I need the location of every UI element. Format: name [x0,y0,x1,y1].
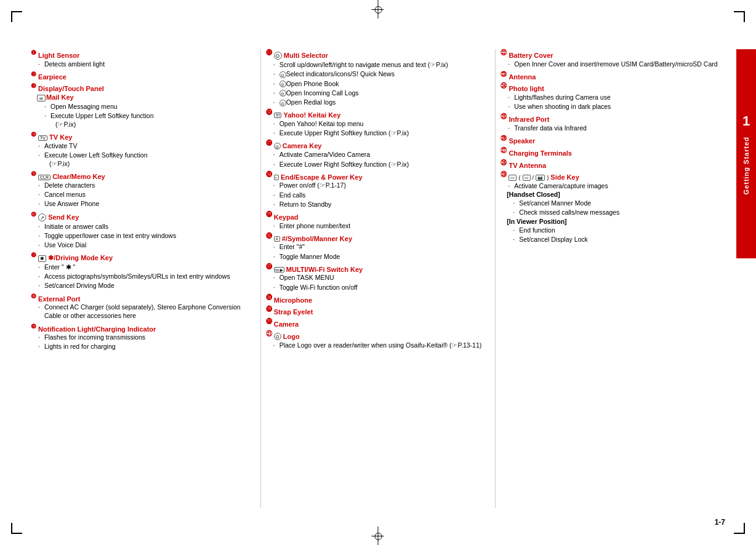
list-item: Power on/off (☞P.1-17) [272,181,485,189]
section-title: Camera [274,320,299,328]
corner-mark-br [734,523,745,534]
logo-icon: Ω [274,333,281,340]
bullet-list: Flashes for incoming transmissions Light… [31,333,249,351]
list-item: Flashes for incoming transmissions [37,333,249,341]
side-icon2: ( [518,175,520,181]
bracket-viewer-position: [In Viewer Position] [507,218,719,225]
end-icon: ⌐ [274,175,279,180]
section-num: ❺ [31,170,36,177]
bullet-list: Activate TV Execute Lower Left Softkey f… [31,141,249,169]
tv-icon: TV [38,135,47,141]
list-item: Use when shooting in dark places [507,102,719,111]
section-title-microphone: Microphone [274,296,312,303]
list-item: Open Yahoo! Keitai top menu [272,119,485,128]
section-num: ⓫ [266,49,272,56]
list-item: Activate TV [37,141,249,150]
section-num: ㉘ [501,159,507,166]
section-title: #/Symbol/Manner Key [282,234,352,242]
section-title: Camera Key [283,142,322,149]
section-display: ❸ Display/Touch Panel ✉Mail Key Open Mes… [31,82,249,129]
section-title: Display/Touch Panel [38,85,104,92]
side-icon4: / [533,175,534,181]
send-icon: ↗ [38,213,46,221]
section-title: Earpiece [38,73,66,80]
list-item: Open TASK MENU [272,273,485,282]
section-num: ⓲ [266,294,272,301]
page-container: 1 Getting Started 1-7 ❶ Light Sensor Det… [0,0,756,545]
section-num: ❼ [31,252,36,258]
mail-icon: ✉ [37,95,46,101]
handset-closed-bullets: Set/cancel Manner Mode Check missed call… [501,199,719,217]
section-antenna: ㉓ Antenna [501,71,719,81]
list-item: Enter " ✱ " [37,263,249,271]
camera-icon: ◎ [274,143,281,149]
section-num: ⓳ [266,306,272,312]
bullet-list: Scroll up/down/left/right to navigate me… [266,60,485,106]
section-tv-key: ❹ TV TV Key Activate TV Execute Lower Le… [31,131,249,168]
bullet-list: Lights/flashes during Camera use Use whe… [501,93,719,111]
list-item: Connect AC Charger (sold separately), St… [37,303,249,320]
column-2: ⓫ ⊙ Multi Selector Scroll up/down/left/r… [266,49,491,508]
section-strap: ⓳ Strap Eyelet [266,306,485,316]
section-wifi-key: ⓱ 5G▶ MULTI/Wi-Fi Switch Key Open TASK M… [266,263,485,292]
list-item: End function [512,226,719,234]
bracket-handset-closed: [Handset Closed] [507,191,719,198]
section-microphone: ⓲ Microphone [266,294,485,304]
list-item: Delete characters [37,181,249,189]
section-num: ⓬ [266,109,272,116]
side-icon6: ) [547,175,549,181]
multi-icon: ⊙ [274,52,282,60]
section-num: ⓮ [266,171,272,178]
section-num: ㉗ [501,147,507,154]
section-infrared: ㉕ Infrared Port Transfer data via Infrar… [501,113,719,132]
list-item: Set/cancel Driving Mode [37,281,249,290]
list-item: Execute Lower Left Softkey function(☞P.i… [37,151,249,168]
section-num: ㉑ [266,330,272,337]
section-camera-key: ⓭ ◎ Camera Key Activate Camera/Video Cam… [266,140,485,169]
bullet-list: Enter " ✱ " Access pictographs/symbols/S… [31,263,249,290]
tab-number: 1 [742,113,750,129]
section-logo: ㉑ Ω Logo Place Logo over a reader/writer… [266,330,485,350]
section-num: ㉒ [501,49,507,56]
section-end-key: ⓮ ⌐ End/Escape & Power Key Power on/off … [266,171,485,209]
section-title: End/Escape & Power Key [281,173,363,180]
section-num: ⓱ [266,263,272,270]
section-title: TV Key [49,133,72,141]
list-item: End calls [272,191,485,199]
wifi-icon: 5G▶ [274,267,284,272]
bullet-list: Enter "#" Toggle Manner Mode [266,242,485,260]
side-icon5: 📷 [536,175,545,181]
section-title: External Port [38,295,80,302]
section-title: Light Sensor [38,52,79,59]
star-icon: ✱ [38,255,46,262]
section-send-key: ❻ ↗ Send Key Initiate or answer calls To… [31,211,249,250]
list-item: Detects ambient light [37,60,249,68]
section-num: ❻ [31,211,36,218]
tab-title: Getting Started [742,137,750,194]
list-item: Cancel menus [37,190,249,199]
section-title: Notification Light/Charging Indicator [38,325,156,332]
section-title: TV Antenna [509,161,546,169]
list-item: Open Inner Cover and insert/remove USIM … [507,60,719,68]
list-item: Use Voice Dial [37,241,249,249]
section-num: ⓭ [266,140,272,146]
section-title: Charging Terminals [509,149,571,157]
bullet-list: Enter phone number/text [266,221,485,230]
list-item: Execute Upper Left Softkey function(☞P.i… [43,111,249,129]
bullet-list: Activate Camera/Video Camera Execute Low… [266,150,485,168]
side-tab: 1 Getting Started [736,49,756,258]
section-battery-cover: ㉒ Battery Cover Open Inner Cover and ins… [501,49,719,68]
column-1: ❶ Light Sensor Detects ambient light ❷ E… [31,49,255,508]
section-num: ❽ [31,293,36,300]
bullet-list: Detects ambient light [31,60,249,68]
section-speaker: ㉖ Speaker [501,135,719,145]
sel-icon: ⊙ [279,100,286,106]
list-item: Enter phone number/text [272,221,485,230]
section-title: Strap Eyelet [274,308,313,316]
corner-mark-bl [11,523,22,534]
list-item: Lights/flashes during Camera use [507,93,719,101]
section-yahoo-key: ⓬ Y! Yahoo! Keitai Key Open Yahoo! Keita… [266,109,485,137]
section-title: Battery Cover [509,52,553,59]
list-item: ⊙Open Redial logs [272,98,485,106]
side-icon3: ▭ [523,175,531,181]
